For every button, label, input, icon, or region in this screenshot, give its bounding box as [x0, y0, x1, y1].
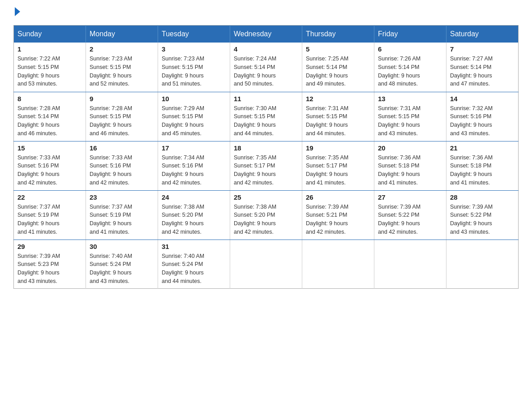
calendar-day-cell: 26Sunrise: 7:39 AMSunset: 5:21 PMDayligh…: [302, 190, 374, 240]
day-number: 1: [17, 45, 82, 53]
calendar-day-cell: 8Sunrise: 7:28 AMSunset: 5:14 PMDaylight…: [14, 92, 86, 141]
day-number: 14: [450, 95, 515, 103]
day-number: 15: [17, 144, 82, 152]
day-number: 4: [234, 45, 298, 53]
logo: [13, 9, 20, 16]
calendar-day-cell: 3Sunrise: 7:23 AMSunset: 5:15 PMDaylight…: [158, 43, 230, 92]
days-header-row: SundayMondayTuesdayWednesdayThursdayFrid…: [14, 26, 519, 43]
day-of-week-header: Sunday: [14, 26, 86, 43]
calendar-week-row: 8Sunrise: 7:28 AMSunset: 5:14 PMDaylight…: [14, 92, 519, 141]
calendar-day-cell: 13Sunrise: 7:31 AMSunset: 5:15 PMDayligh…: [374, 92, 446, 141]
calendar-day-cell: 31Sunrise: 7:40 AMSunset: 5:24 PMDayligh…: [158, 240, 230, 288]
day-number: 21: [450, 144, 515, 152]
day-info: Sunrise: 7:28 AMSunset: 5:14 PMDaylight:…: [17, 104, 82, 138]
calendar-week-row: 22Sunrise: 7:37 AMSunset: 5:19 PMDayligh…: [14, 190, 519, 240]
calendar-day-cell: 11Sunrise: 7:30 AMSunset: 5:15 PMDayligh…: [230, 92, 302, 141]
day-info: Sunrise: 7:23 AMSunset: 5:15 PMDaylight:…: [90, 55, 154, 88]
calendar-day-cell: 5Sunrise: 7:25 AMSunset: 5:14 PMDaylight…: [302, 43, 374, 92]
day-number: 9: [90, 95, 154, 103]
day-number: 18: [234, 144, 298, 152]
day-info: Sunrise: 7:33 AMSunset: 5:16 PMDaylight:…: [17, 154, 82, 187]
calendar-day-cell: 15Sunrise: 7:33 AMSunset: 5:16 PMDayligh…: [14, 141, 86, 190]
day-number: 31: [162, 243, 226, 250]
day-of-week-header: Tuesday: [158, 26, 230, 43]
calendar-day-cell: 18Sunrise: 7:35 AMSunset: 5:17 PMDayligh…: [230, 141, 302, 190]
day-number: 29: [17, 243, 82, 250]
calendar-day-cell: [302, 240, 374, 288]
day-info: Sunrise: 7:22 AMSunset: 5:15 PMDaylight:…: [17, 55, 82, 88]
day-number: 26: [306, 193, 370, 201]
calendar-day-cell: 20Sunrise: 7:36 AMSunset: 5:18 PMDayligh…: [374, 141, 446, 190]
day-info: Sunrise: 7:31 AMSunset: 5:15 PMDaylight:…: [378, 104, 442, 138]
day-number: 2: [90, 45, 154, 53]
day-info: Sunrise: 7:40 AMSunset: 5:24 PMDaylight:…: [90, 252, 154, 286]
day-number: 13: [378, 95, 442, 103]
day-info: Sunrise: 7:39 AMSunset: 5:22 PMDaylight:…: [378, 203, 442, 236]
day-of-week-header: Thursday: [302, 26, 374, 43]
day-info: Sunrise: 7:39 AMSunset: 5:21 PMDaylight:…: [306, 203, 370, 236]
day-info: Sunrise: 7:40 AMSunset: 5:24 PMDaylight:…: [162, 252, 226, 286]
calendar-day-cell: 10Sunrise: 7:29 AMSunset: 5:15 PMDayligh…: [158, 92, 230, 141]
day-info: Sunrise: 7:38 AMSunset: 5:20 PMDaylight:…: [234, 203, 298, 236]
day-number: 10: [162, 95, 226, 103]
calendar-day-cell: 9Sunrise: 7:28 AMSunset: 5:15 PMDaylight…: [86, 92, 158, 141]
day-number: 25: [234, 193, 298, 201]
calendar-day-cell: 24Sunrise: 7:38 AMSunset: 5:20 PMDayligh…: [158, 190, 230, 240]
calendar-day-cell: [230, 240, 302, 288]
day-info: Sunrise: 7:35 AMSunset: 5:17 PMDaylight:…: [306, 154, 370, 187]
day-info: Sunrise: 7:24 AMSunset: 5:14 PMDaylight:…: [234, 55, 298, 88]
calendar-day-cell: 6Sunrise: 7:26 AMSunset: 5:14 PMDaylight…: [374, 43, 446, 92]
day-info: Sunrise: 7:33 AMSunset: 5:16 PMDaylight:…: [90, 154, 154, 187]
day-info: Sunrise: 7:35 AMSunset: 5:17 PMDaylight:…: [234, 154, 298, 187]
day-number: 6: [378, 45, 442, 53]
day-number: 11: [234, 95, 298, 103]
day-info: Sunrise: 7:25 AMSunset: 5:14 PMDaylight:…: [306, 55, 370, 88]
calendar-day-cell: 14Sunrise: 7:32 AMSunset: 5:16 PMDayligh…: [446, 92, 519, 141]
day-info: Sunrise: 7:39 AMSunset: 5:22 PMDaylight:…: [450, 203, 515, 236]
day-info: Sunrise: 7:38 AMSunset: 5:20 PMDaylight:…: [162, 203, 226, 236]
day-number: 16: [90, 144, 154, 152]
day-number: 24: [162, 193, 226, 201]
calendar-day-cell: 16Sunrise: 7:33 AMSunset: 5:16 PMDayligh…: [86, 141, 158, 190]
calendar-day-cell: 17Sunrise: 7:34 AMSunset: 5:16 PMDayligh…: [158, 141, 230, 190]
day-info: Sunrise: 7:37 AMSunset: 5:19 PMDaylight:…: [17, 203, 82, 236]
calendar-day-cell: [446, 240, 519, 288]
day-info: Sunrise: 7:27 AMSunset: 5:14 PMDaylight:…: [450, 55, 515, 88]
calendar-day-cell: 29Sunrise: 7:39 AMSunset: 5:23 PMDayligh…: [14, 240, 86, 288]
day-info: Sunrise: 7:39 AMSunset: 5:23 PMDaylight:…: [17, 252, 82, 286]
day-number: 30: [90, 243, 154, 250]
logo-arrow-icon: [15, 7, 20, 16]
day-info: Sunrise: 7:23 AMSunset: 5:15 PMDaylight:…: [162, 55, 226, 88]
day-info: Sunrise: 7:26 AMSunset: 5:14 PMDaylight:…: [378, 55, 442, 88]
day-number: 27: [378, 193, 442, 201]
day-number: 19: [306, 144, 370, 152]
calendar-day-cell: 12Sunrise: 7:31 AMSunset: 5:15 PMDayligh…: [302, 92, 374, 141]
day-number: 5: [306, 45, 370, 53]
calendar-day-cell: 1Sunrise: 7:22 AMSunset: 5:15 PMDaylight…: [14, 43, 86, 92]
calendar-day-cell: 7Sunrise: 7:27 AMSunset: 5:14 PMDaylight…: [446, 43, 519, 92]
calendar-day-cell: 27Sunrise: 7:39 AMSunset: 5:22 PMDayligh…: [374, 190, 446, 240]
calendar-week-row: 1Sunrise: 7:22 AMSunset: 5:15 PMDaylight…: [14, 43, 519, 92]
calendar-day-cell: 21Sunrise: 7:36 AMSunset: 5:18 PMDayligh…: [446, 141, 519, 190]
day-number: 7: [450, 45, 515, 53]
day-info: Sunrise: 7:30 AMSunset: 5:15 PMDaylight:…: [234, 104, 298, 138]
calendar-day-cell: 28Sunrise: 7:39 AMSunset: 5:22 PMDayligh…: [446, 190, 519, 240]
day-info: Sunrise: 7:36 AMSunset: 5:18 PMDaylight:…: [450, 154, 515, 187]
day-number: 28: [450, 193, 515, 201]
day-number: 22: [17, 193, 82, 201]
calendar-day-cell: 2Sunrise: 7:23 AMSunset: 5:15 PMDaylight…: [86, 43, 158, 92]
day-info: Sunrise: 7:36 AMSunset: 5:18 PMDaylight:…: [378, 154, 442, 187]
day-number: 3: [162, 45, 226, 53]
calendar-week-row: 15Sunrise: 7:33 AMSunset: 5:16 PMDayligh…: [14, 141, 519, 190]
day-number: 23: [90, 193, 154, 201]
calendar-day-cell: [374, 240, 446, 288]
day-of-week-header: Wednesday: [230, 26, 302, 43]
calendar-table: SundayMondayTuesdayWednesdayThursdayFrid…: [13, 25, 519, 289]
calendar-day-cell: 25Sunrise: 7:38 AMSunset: 5:20 PMDayligh…: [230, 190, 302, 240]
day-number: 8: [17, 95, 82, 103]
day-info: Sunrise: 7:29 AMSunset: 5:15 PMDaylight:…: [162, 104, 226, 138]
calendar-day-cell: 22Sunrise: 7:37 AMSunset: 5:19 PMDayligh…: [14, 190, 86, 240]
calendar-day-cell: 30Sunrise: 7:40 AMSunset: 5:24 PMDayligh…: [86, 240, 158, 288]
calendar-day-cell: 19Sunrise: 7:35 AMSunset: 5:17 PMDayligh…: [302, 141, 374, 190]
day-info: Sunrise: 7:34 AMSunset: 5:16 PMDaylight:…: [162, 154, 226, 187]
